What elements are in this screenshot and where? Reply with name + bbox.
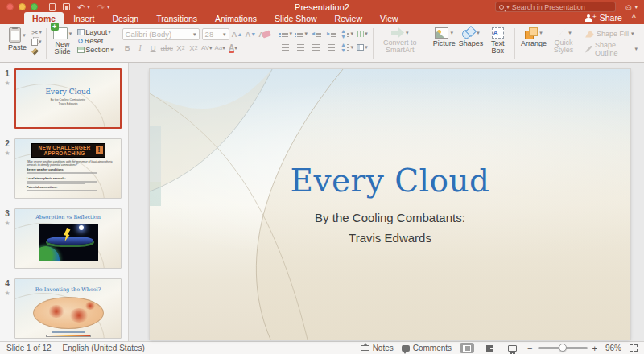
bold-button[interactable]: B [122, 43, 133, 53]
cut-icon[interactable]: ✂ [31, 28, 38, 37]
slide-show-button[interactable] [505, 343, 519, 353]
shapes-button[interactable]: ▾ Shapes [457, 27, 485, 48]
increase-indent-button[interactable]: ▸ [325, 28, 338, 39]
justify-button[interactable] [325, 42, 338, 53]
zoom-level[interactable]: 96% [605, 344, 621, 352]
new-slide-icon [53, 27, 68, 39]
numbering-button[interactable]: ▾ [295, 28, 308, 39]
new-slide-caret-icon[interactable]: ▾ [69, 31, 72, 37]
search-icon [499, 5, 504, 10]
decrease-indent-button[interactable]: ◂ [310, 28, 323, 39]
bullets-button[interactable]: ▾ [279, 28, 292, 39]
tab-review[interactable]: Review [327, 12, 370, 24]
textbox-button[interactable]: A Text Box [485, 27, 510, 56]
tab-design[interactable]: Design [104, 12, 147, 24]
undo-caret-icon[interactable]: ▾ [87, 4, 90, 10]
undo-icon[interactable]: ↶ [77, 3, 85, 11]
new-slide-button[interactable]: ▾ New Slide [51, 27, 74, 56]
zoom-slider[interactable] [538, 347, 588, 349]
reset-button[interactable]: ↺Reset [77, 37, 114, 45]
arrange-icon [525, 27, 538, 39]
slide-title-text[interactable]: Every Cloud [150, 163, 630, 199]
align-right-button[interactable] [310, 42, 323, 53]
font-size-caret-icon: ▾ [223, 31, 226, 38]
strikethrough-button[interactable]: abc [161, 43, 173, 53]
italic-button[interactable]: I [135, 43, 146, 53]
slide-thumbnail-2[interactable]: NEW CHALLENGER APPROACHING ! “Map severe… [14, 138, 122, 199]
new-document-icon[interactable] [49, 3, 56, 11]
clear-formatting-button[interactable]: A [258, 29, 270, 39]
layout-button[interactable]: Layout▾ [77, 28, 114, 36]
font-color-button[interactable]: A▾ [228, 43, 238, 53]
slide-canvas[interactable]: Every Cloud By the Cooling Combatants: T… [150, 69, 630, 340]
arrange-button[interactable]: ▾ Arrange [519, 27, 548, 48]
font-size-select[interactable]: 28 ▾ [202, 28, 229, 40]
customize-toolbar-icon[interactable]: ▾ [107, 4, 110, 10]
fit-slide-to-window-icon[interactable] [630, 344, 638, 352]
slide-subtitle-text[interactable]: By the Cooling Combatants: Travis Edward… [150, 208, 630, 248]
copy-icon[interactable] [31, 39, 38, 46]
align-center-button[interactable] [295, 42, 308, 53]
align-text-button[interactable]: ▾ [356, 42, 369, 53]
slide-sorter-view-button[interactable] [482, 343, 497, 353]
title-bar: ↶ ▾ ↷ ▾ Presentation2 ▾ Search in Presen… [0, 0, 644, 24]
shape-outline-button[interactable]: Shape Outline ▾ [585, 41, 638, 57]
line-spacing-button[interactable]: ▲▼▾ [341, 28, 353, 39]
share-button[interactable]: Share [600, 13, 622, 23]
change-case-button[interactable]: Aa▾ [215, 43, 225, 53]
font-name-select[interactable]: Calibri (Body) ▾ [122, 28, 200, 40]
comments-button[interactable]: Comments [402, 344, 452, 352]
search-input[interactable]: ▾ Search in Presentation [495, 2, 616, 12]
notes-button[interactable]: Notes [361, 344, 394, 352]
tab-insert[interactable]: Insert [65, 12, 102, 24]
text-direction-button[interactable]: ▲▼▾ [341, 42, 353, 53]
slide-thumbnail-3[interactable]: Absorption vs Reflection [14, 208, 122, 269]
underline-button[interactable]: U [148, 43, 159, 53]
picture-button[interactable]: ▾ Picture [431, 27, 457, 48]
language-status[interactable]: English (United States) [63, 344, 145, 352]
slide-thumbnail-1[interactable]: Every Cloud By the Cooling Combatants: T… [14, 68, 122, 129]
thumbnail-item-2: 2 ★ NEW CHALLENGER APPROACHING ! “Map se… [0, 138, 128, 199]
copy-caret-icon[interactable]: ▾ [39, 39, 42, 45]
format-painter-icon[interactable] [31, 48, 39, 56]
status-bar: Slide 1 of 12 English (United States) No… [0, 341, 644, 354]
convert-smartart-button[interactable]: ▾ Convert to SmartArt [378, 27, 423, 55]
close-window-button[interactable] [6, 3, 14, 10]
thumb2-heading2: Local atmospheric aerosols: [27, 177, 113, 180]
thumbnail-item-4: 4 ★ Re-Inventing the Wheel? [0, 278, 128, 339]
align-left-button[interactable] [279, 42, 292, 53]
subscript-button[interactable]: X2 [188, 43, 199, 53]
thumb1-subtitle2: Travis Edwards [59, 102, 78, 105]
zoom-out-button[interactable]: − [527, 344, 532, 353]
shape-fill-button[interactable]: Shape Fill ▾ [585, 30, 638, 38]
tab-animations[interactable]: Animations [207, 12, 265, 24]
section-button[interactable]: Section▾ [77, 46, 114, 54]
zoom-in-button[interactable]: + [592, 344, 597, 353]
cut-caret-icon[interactable]: ▾ [39, 29, 42, 35]
notes-icon [361, 345, 369, 352]
grow-font-button[interactable]: A▲ [232, 29, 243, 39]
character-spacing-button[interactable]: AV▾ [201, 43, 213, 53]
thumb2-heading3: Potential connections: [27, 186, 113, 189]
maximize-window-button[interactable] [31, 3, 38, 10]
paste-button[interactable]: ▾ Paste [6, 27, 28, 52]
animation-star-icon: ★ [4, 80, 10, 87]
zoom-slider-thumb[interactable] [559, 344, 567, 352]
thumbnail-item-3: 3 ★ Absorption vs Reflection [0, 208, 128, 269]
columns-button[interactable]: ▾ [356, 28, 369, 39]
save-icon[interactable] [63, 3, 70, 10]
normal-view-button[interactable] [460, 343, 474, 353]
paste-caret-icon[interactable]: ▾ [23, 32, 26, 39]
feedback-smiley-icon[interactable]: ☺ ▾ [624, 2, 638, 12]
tab-view[interactable]: View [372, 12, 407, 24]
shrink-font-button[interactable]: A▼ [245, 29, 256, 39]
tab-slide-show[interactable]: Slide Show [266, 12, 325, 24]
collapse-ribbon-icon[interactable]: ^ [632, 14, 636, 21]
slide-thumbnail-4[interactable]: Re-Inventing the Wheel? [14, 278, 122, 339]
tab-transitions[interactable]: Transitions [148, 12, 205, 24]
new-slide-label: New Slide [52, 41, 72, 56]
search-scope-caret-icon[interactable]: ▾ [506, 4, 510, 10]
superscript-button[interactable]: X2 [175, 43, 186, 53]
minimize-window-button[interactable] [19, 3, 26, 10]
quick-styles-button[interactable]: ▾ Quick Styles [548, 27, 579, 55]
